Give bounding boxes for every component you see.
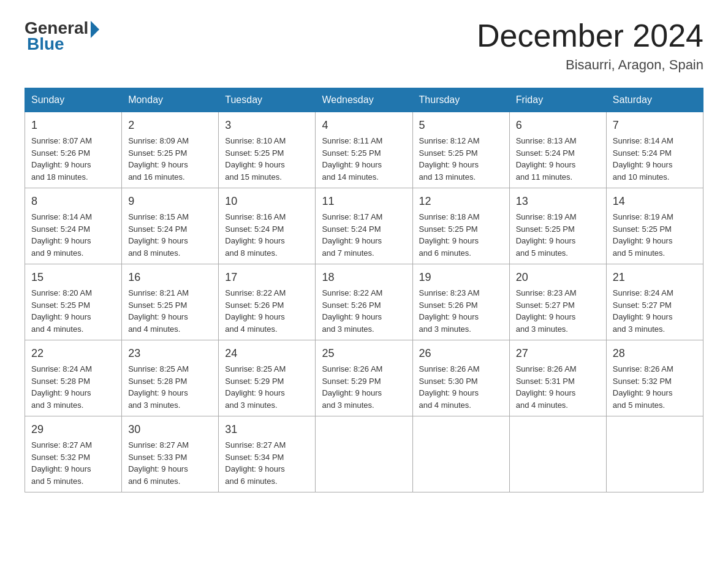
day-number: 31 <box>225 421 309 438</box>
calendar-cell: 5Sunrise: 8:12 AMSunset: 5:25 PMDaylight… <box>412 112 509 188</box>
calendar-cell: 15Sunrise: 8:20 AMSunset: 5:25 PMDayligh… <box>25 264 122 340</box>
calendar-cell: 18Sunrise: 8:22 AMSunset: 5:26 PMDayligh… <box>316 264 412 340</box>
day-number: 4 <box>322 117 406 134</box>
day-number: 13 <box>516 193 600 210</box>
week-row-2: 8Sunrise: 8:14 AMSunset: 5:24 PMDaylight… <box>25 188 703 264</box>
day-info: Sunrise: 8:20 AMSunset: 5:25 PMDaylight:… <box>31 287 115 335</box>
day-info: Sunrise: 8:23 AMSunset: 5:26 PMDaylight:… <box>419 287 503 335</box>
logo-arrow-icon <box>91 21 99 38</box>
day-info: Sunrise: 8:19 AMSunset: 5:25 PMDaylight:… <box>516 211 600 259</box>
calendar-cell: 9Sunrise: 8:15 AMSunset: 5:24 PMDaylight… <box>122 188 219 264</box>
calendar-cell: 3Sunrise: 8:10 AMSunset: 5:25 PMDaylight… <box>219 112 316 188</box>
day-info: Sunrise: 8:27 AMSunset: 5:34 PMDaylight:… <box>225 439 309 487</box>
day-info: Sunrise: 8:10 AMSunset: 5:25 PMDaylight:… <box>225 135 309 183</box>
calendar-cell: 20Sunrise: 8:23 AMSunset: 5:27 PMDayligh… <box>509 264 606 340</box>
day-number: 23 <box>128 345 212 362</box>
day-info: Sunrise: 8:17 AMSunset: 5:24 PMDaylight:… <box>322 211 406 259</box>
calendar-cell: 30Sunrise: 8:27 AMSunset: 5:33 PMDayligh… <box>122 416 219 492</box>
day-number: 12 <box>419 193 503 210</box>
subtitle: Bisaurri, Aragon, Spain <box>477 57 703 73</box>
calendar-cell <box>509 416 606 492</box>
calendar-header-row: SundayMondayTuesdayWednesdayThursdayFrid… <box>25 88 703 112</box>
column-header-friday: Friday <box>509 88 606 112</box>
day-number: 3 <box>225 117 309 134</box>
day-number: 6 <box>516 117 600 134</box>
calendar-cell: 28Sunrise: 8:26 AMSunset: 5:32 PMDayligh… <box>606 340 703 416</box>
day-info: Sunrise: 8:26 AMSunset: 5:29 PMDaylight:… <box>322 363 406 411</box>
day-info: Sunrise: 8:24 AMSunset: 5:27 PMDaylight:… <box>613 287 697 335</box>
day-number: 30 <box>128 421 212 438</box>
day-number: 21 <box>613 269 697 286</box>
calendar-cell: 12Sunrise: 8:18 AMSunset: 5:25 PMDayligh… <box>412 188 509 264</box>
calendar-cell <box>316 416 412 492</box>
day-info: Sunrise: 8:26 AMSunset: 5:30 PMDaylight:… <box>419 363 503 411</box>
column-header-monday: Monday <box>122 88 219 112</box>
day-number: 5 <box>419 117 503 134</box>
day-info: Sunrise: 8:19 AMSunset: 5:25 PMDaylight:… <box>613 211 697 259</box>
day-number: 22 <box>31 345 115 362</box>
column-header-sunday: Sunday <box>25 88 122 112</box>
day-number: 26 <box>419 345 503 362</box>
calendar-cell: 1Sunrise: 8:07 AMSunset: 5:26 PMDaylight… <box>25 112 122 188</box>
day-number: 14 <box>613 193 697 210</box>
day-number: 16 <box>128 269 212 286</box>
calendar-cell: 8Sunrise: 8:14 AMSunset: 5:24 PMDaylight… <box>25 188 122 264</box>
day-info: Sunrise: 8:11 AMSunset: 5:25 PMDaylight:… <box>322 135 406 183</box>
calendar-cell: 14Sunrise: 8:19 AMSunset: 5:25 PMDayligh… <box>606 188 703 264</box>
week-row-4: 22Sunrise: 8:24 AMSunset: 5:28 PMDayligh… <box>25 340 703 416</box>
day-number: 20 <box>516 269 600 286</box>
logo: General Blue <box>25 18 99 54</box>
calendar-cell: 6Sunrise: 8:13 AMSunset: 5:24 PMDaylight… <box>509 112 606 188</box>
day-info: Sunrise: 8:07 AMSunset: 5:26 PMDaylight:… <box>31 135 115 183</box>
column-header-wednesday: Wednesday <box>316 88 412 112</box>
calendar-cell: 7Sunrise: 8:14 AMSunset: 5:24 PMDaylight… <box>606 112 703 188</box>
calendar-cell: 10Sunrise: 8:16 AMSunset: 5:24 PMDayligh… <box>219 188 316 264</box>
calendar-cell: 11Sunrise: 8:17 AMSunset: 5:24 PMDayligh… <box>316 188 412 264</box>
calendar-cell: 19Sunrise: 8:23 AMSunset: 5:26 PMDayligh… <box>412 264 509 340</box>
day-info: Sunrise: 8:09 AMSunset: 5:25 PMDaylight:… <box>128 135 212 183</box>
page-header: General Blue December 2024 Bisaurri, Ara… <box>25 18 703 73</box>
calendar-table: SundayMondayTuesdayWednesdayThursdayFrid… <box>25 88 703 492</box>
day-info: Sunrise: 8:14 AMSunset: 5:24 PMDaylight:… <box>613 135 697 183</box>
week-row-1: 1Sunrise: 8:07 AMSunset: 5:26 PMDaylight… <box>25 112 703 188</box>
week-row-3: 15Sunrise: 8:20 AMSunset: 5:25 PMDayligh… <box>25 264 703 340</box>
day-number: 9 <box>128 193 212 210</box>
day-number: 19 <box>419 269 503 286</box>
logo-blue-text: Blue <box>27 34 64 54</box>
calendar-cell <box>412 416 509 492</box>
day-info: Sunrise: 8:16 AMSunset: 5:24 PMDaylight:… <box>225 211 309 259</box>
title-section: December 2024 Bisaurri, Aragon, Spain <box>477 18 703 73</box>
day-number: 18 <box>322 269 406 286</box>
day-number: 11 <box>322 193 406 210</box>
day-info: Sunrise: 8:25 AMSunset: 5:28 PMDaylight:… <box>128 363 212 411</box>
day-info: Sunrise: 8:26 AMSunset: 5:31 PMDaylight:… <box>516 363 600 411</box>
calendar-cell: 31Sunrise: 8:27 AMSunset: 5:34 PMDayligh… <box>219 416 316 492</box>
day-number: 1 <box>31 117 115 134</box>
day-number: 17 <box>225 269 309 286</box>
day-number: 2 <box>128 117 212 134</box>
day-number: 24 <box>225 345 309 362</box>
day-info: Sunrise: 8:23 AMSunset: 5:27 PMDaylight:… <box>516 287 600 335</box>
day-info: Sunrise: 8:21 AMSunset: 5:25 PMDaylight:… <box>128 287 212 335</box>
day-info: Sunrise: 8:18 AMSunset: 5:25 PMDaylight:… <box>419 211 503 259</box>
column-header-saturday: Saturday <box>606 88 703 112</box>
column-header-thursday: Thursday <box>412 88 509 112</box>
week-row-5: 29Sunrise: 8:27 AMSunset: 5:32 PMDayligh… <box>25 416 703 492</box>
calendar-cell: 29Sunrise: 8:27 AMSunset: 5:32 PMDayligh… <box>25 416 122 492</box>
calendar-cell: 13Sunrise: 8:19 AMSunset: 5:25 PMDayligh… <box>509 188 606 264</box>
day-number: 7 <box>613 117 697 134</box>
day-info: Sunrise: 8:12 AMSunset: 5:25 PMDaylight:… <box>419 135 503 183</box>
day-number: 15 <box>31 269 115 286</box>
day-number: 10 <box>225 193 309 210</box>
calendar-cell: 24Sunrise: 8:25 AMSunset: 5:29 PMDayligh… <box>219 340 316 416</box>
day-info: Sunrise: 8:27 AMSunset: 5:32 PMDaylight:… <box>31 439 115 487</box>
day-number: 28 <box>613 345 697 362</box>
calendar-cell: 17Sunrise: 8:22 AMSunset: 5:26 PMDayligh… <box>219 264 316 340</box>
main-title: December 2024 <box>477 18 703 53</box>
calendar-cell: 2Sunrise: 8:09 AMSunset: 5:25 PMDaylight… <box>122 112 219 188</box>
calendar-cell <box>606 416 703 492</box>
day-info: Sunrise: 8:27 AMSunset: 5:33 PMDaylight:… <box>128 439 212 487</box>
day-info: Sunrise: 8:22 AMSunset: 5:26 PMDaylight:… <box>225 287 309 335</box>
day-info: Sunrise: 8:24 AMSunset: 5:28 PMDaylight:… <box>31 363 115 411</box>
calendar-cell: 4Sunrise: 8:11 AMSunset: 5:25 PMDaylight… <box>316 112 412 188</box>
